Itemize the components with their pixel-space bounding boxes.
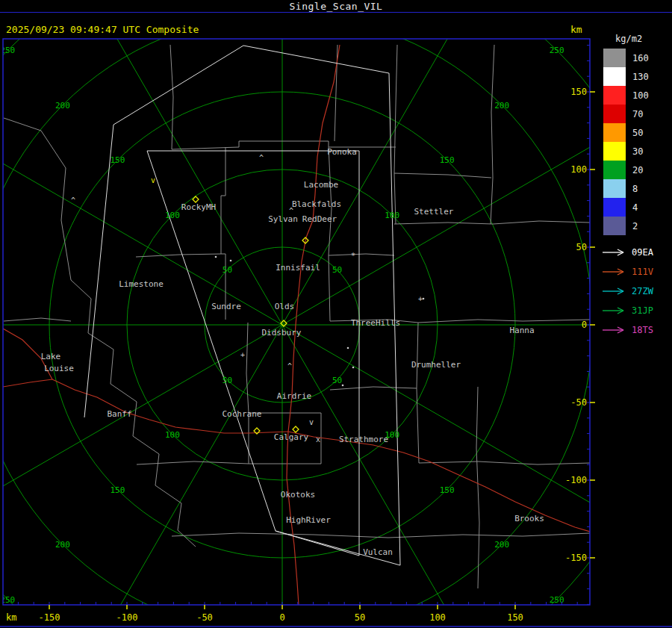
scale-swatch [603,86,626,105]
scale-entry: 100 [597,86,672,105]
scale-entry: 20 [597,161,672,179]
right-axis-label: -150 [565,553,587,563]
bottom-axis-label: 150 [507,612,523,623]
town-marker: + [418,295,423,303]
highway-line [3,379,288,433]
city-label: Innisfail [276,263,320,273]
county-boundary [476,387,479,588]
county-boundary [4,318,71,321]
town-marker: ^ [259,154,264,162]
city-label: Stettler [414,207,454,217]
county-boundary [329,254,394,255]
county-boundary [246,323,249,413]
radar-site-legend: 09EA111V27ZW31JP18TS [597,243,672,340]
county-boundary [394,45,397,224]
range-ring-label: 100 [385,211,399,220]
town-marker: v [309,418,314,426]
color-scale: 16013010070503020842 [597,49,672,235]
city-diamond-marker [293,426,299,432]
city-label: Calgary [274,432,309,442]
county-boundary [221,147,225,320]
highway-line [288,432,590,532]
scale-swatch [603,105,626,123]
right-axis-label: 150 [570,87,587,97]
town-marker: + [240,351,245,359]
city-label: Okotoks [281,490,315,500]
right-axis-label: 50 [576,242,587,252]
county-boundary [172,141,396,149]
range-ring-label: 150 [440,485,455,495]
city-label: Sundre [211,302,241,311]
range-ring-label: 150 [110,155,125,165]
radar-id: 31JP [632,305,653,316]
county-boundary [172,533,590,538]
right-axis-label: -100 [565,475,587,485]
scale-entry: 50 [597,123,672,142]
radar-arrow-icon [601,306,628,315]
city-label: Lacombe [304,180,338,190]
radar-arrow-icon [601,326,628,335]
right-axis-label: 0 [582,320,587,330]
scale-value: 20 [632,165,643,175]
bottom-axis-unit: km [6,612,16,623]
city-label: Didsbury [262,328,302,338]
scale-entry: 8 [597,179,672,198]
scale-swatch [603,49,626,67]
scale-entry: 2 [597,217,672,235]
bottom-axis-label: 0 [279,612,284,623]
city-label: ThreeHills [351,318,400,328]
range-ring-label: 200 [55,101,70,111]
city-label: Drumheller [411,360,461,370]
town-dot-marker [342,385,344,387]
scale-value: 2 [632,221,638,231]
scale-value: 50 [632,128,643,138]
bottom-axis-label: 50 [355,612,365,623]
range-ring-label: 150 [110,485,125,495]
range-ring-label: 200 [494,540,509,550]
radar-viewer: Single_Scan_VIL 2025/09/23 09:49:47 UTC … [0,0,672,628]
radar-entry: 18TS [597,320,672,340]
scale-swatch [603,198,626,217]
scale-entry: 30 [597,142,672,161]
range-ring-label: 100 [165,211,180,220]
radar-entry: 31JP [597,301,672,320]
scale-value: 100 [632,90,649,101]
city-label: RedDeer [302,214,337,224]
city-label: Cochrane [223,409,262,419]
city-label: Ponoka [327,147,357,157]
legend-unit-label: kg/m2 [615,34,672,44]
scale-swatch [603,179,626,198]
town-marker: * [351,252,355,260]
right-axis-label: 100 [570,164,587,175]
scale-swatch [603,217,626,235]
right-axis-label: -50 [570,397,587,408]
radar-entry: 111V [597,262,672,282]
radar-arrow-icon [601,267,628,276]
city-label: Banff [107,409,131,419]
city-label: Louise [44,364,74,373]
town-dot-marker [230,260,232,262]
range-ring-label: 50 [332,265,342,275]
range-ring-label: 50 [223,265,232,275]
radar-id: 09EA [632,247,653,258]
scale-swatch [603,67,626,86]
bottom-axis-label: -50 [196,612,213,623]
city-label: Limestone [119,279,164,289]
scale-value: 30 [632,146,643,157]
county-boundary [419,461,590,464]
city-label: Sylvan [268,214,298,224]
town-marker: v [151,176,155,184]
bottom-axis-label: -100 [116,612,138,623]
range-ring-label: 200 [494,101,509,111]
radar-entry: 09EA [597,243,672,262]
city-label: RockyMH [181,202,216,212]
city-label: Brooks [514,514,544,523]
radar-entry: 27ZW [597,282,672,301]
scale-entry: 130 [597,67,672,86]
town-marker: ^ [287,362,292,370]
town-marker: ^ [71,196,75,205]
town-marker: x [316,435,320,444]
range-ring-label: 200 [55,540,70,550]
bottom-axis-label: 100 [429,612,446,623]
scale-value: 130 [632,72,649,82]
